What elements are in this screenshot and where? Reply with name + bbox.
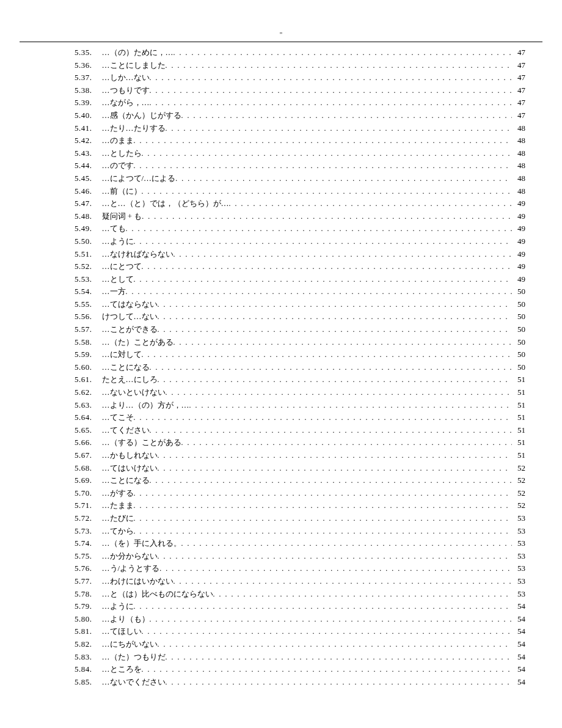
toc-leader-dots: . . . . . . . . . . . . . . . . . . . . …	[142, 348, 513, 361]
toc-entry-page: 51	[512, 399, 525, 412]
toc-entry-title: …ことになる	[92, 361, 150, 374]
toc-entry-title: …と…（と）では，（どちら）が…	[92, 197, 229, 210]
toc-leader-dots: . . . . . . . . . . . . . . . . . . . . …	[150, 84, 513, 97]
toc-entry: 5.82.…にちがいない. . . . . . . . . . . . . . …	[37, 638, 525, 651]
toc-entry-page: 52	[512, 487, 525, 500]
toc-entry-page: 50	[512, 298, 525, 311]
toc-leader-dots: . . . . . . . . . . . . . . . . . . . . …	[126, 285, 513, 298]
toc-entry: 5.81.…てほしい. . . . . . . . . . . . . . . …	[37, 625, 525, 638]
toc-entry-title: …ながら，…	[92, 97, 150, 109]
toc-leader-dots: . . . . . . . . . . . . . . . . . . . . …	[142, 663, 513, 676]
toc-leader-dots: . . . . . . . . . . . . . . . . . . . . …	[158, 298, 513, 311]
toc-entry: 5.68.…てはいけない. . . . . . . . . . . . . . …	[37, 462, 525, 475]
toc-entry: 5.44.…のです. . . . . . . . . . . . . . . .…	[37, 160, 525, 172]
toc-entry-page: 48	[512, 147, 525, 160]
toc-entry-title: …かもしれない	[92, 449, 158, 462]
toc-entry-page: 47	[512, 97, 525, 109]
toc-entry: 5.61.たとえ…にしろ. . . . . . . . . . . . . . …	[37, 373, 525, 386]
toc-entry-page: 48	[512, 134, 525, 147]
toc-leader-dots: . . . . . . . . . . . . . . . . . . . . …	[189, 399, 513, 412]
toc-entry: 5.49.…ても. . . . . . . . . . . . . . . . …	[37, 222, 525, 235]
toc-entry: 5.38.…つもりです. . . . . . . . . . . . . . .…	[37, 84, 525, 97]
toc-entry-page: 53	[512, 512, 525, 525]
toc-entry: 5.58.…（た）ことがある. . . . . . . . . . . . . …	[37, 336, 525, 349]
toc-leader-dots: . . . . . . . . . . . . . . . . . . . . …	[134, 512, 513, 525]
toc-entry-number: 5.76.	[37, 562, 92, 575]
toc-entry-title: …ことにしました	[92, 59, 166, 72]
toc-entry-title: …か分からない	[92, 550, 158, 563]
toc-entry-title: …ないといけない	[92, 386, 166, 399]
toc-entry: 5.53.…として. . . . . . . . . . . . . . . .…	[37, 273, 525, 286]
toc-entry-number: 5.79.	[37, 600, 92, 613]
toc-entry-title: …より（も）	[92, 613, 150, 626]
toc-entry: 5.46.…前（に）. . . . . . . . . . . . . . . …	[37, 185, 525, 198]
toc-entry-page: 52	[512, 462, 525, 475]
toc-leader-dots: . . . . . . . . . . . . . . . . . . . . …	[142, 147, 513, 160]
toc-leader-dots: . . . . . . . . . . . . . . . . . . . . …	[173, 336, 513, 349]
toc-entry: 5.47.…と…（と）では，（どちら）が…. . . . . . . . . .…	[37, 197, 525, 210]
toc-entry-title: …のまま	[92, 134, 134, 147]
toc-entry-page: 48	[512, 122, 525, 135]
toc-entry-title: …と（は）比べものにならない	[92, 588, 213, 601]
toc-entry: 5.56.けつして…ない. . . . . . . . . . . . . . …	[37, 311, 525, 323]
toc-entry: 5.80.…より（も）. . . . . . . . . . . . . . .…	[37, 613, 525, 626]
toc-entry-title: …（た）つもりだ	[92, 651, 166, 664]
toc-entry-number: 5.74.	[37, 537, 92, 550]
toc-leader-dots: . . . . . . . . . . . . . . . . . . . . …	[134, 134, 513, 147]
toc-entry-page: 50	[512, 348, 525, 361]
toc-entry-number: 5.37.	[37, 72, 92, 84]
toc-entry: 5.78.…と（は）比べものにならない. . . . . . . . . . .…	[37, 588, 525, 601]
toc-leader-dots: . . . . . . . . . . . . . . . . . . . . …	[142, 625, 513, 638]
toc-entry-title: …としたら	[92, 147, 142, 160]
toc-entry-number: 5.61.	[37, 373, 92, 386]
toc-leader-dots: . . . . . . . . . . . . . . . . . . . . …	[166, 386, 513, 399]
toc-entry: 5.50.…ように. . . . . . . . . . . . . . . .…	[37, 235, 525, 248]
toc-entry: 5.59.…に対して. . . . . . . . . . . . . . . …	[37, 348, 525, 361]
toc-leader-dots: . . . . . . . . . . . . . . . . . . . . …	[158, 323, 513, 336]
toc-entry-page: 51	[512, 449, 525, 462]
toc-entry-number: 5.81.	[37, 625, 92, 638]
toc-entry-title: …より…（の）方が，…	[92, 399, 189, 412]
toc-entry: 5.85.…ないでください. . . . . . . . . . . . . .…	[37, 676, 525, 689]
header-rule	[20, 42, 542, 42]
toc-leader-dots: . . . . . . . . . . . . . . . . . . . . …	[181, 537, 513, 550]
toc-entry-number: 5.60.	[37, 361, 92, 374]
toc-entry-title: …感（かん）じがする	[92, 109, 181, 122]
toc-entry-number: 5.38.	[37, 84, 92, 97]
toc-entry-number: 5.71.	[37, 499, 92, 512]
toc-entry-page: 53	[512, 550, 525, 563]
toc-entry-number: 5.44.	[37, 160, 92, 172]
toc-entry: 5.62.…ないといけない. . . . . . . . . . . . . .…	[37, 386, 525, 399]
toc-entry-page: 54	[512, 663, 525, 676]
toc-entry-title: …たり…たりする	[92, 122, 166, 135]
toc-entry-page: 51	[512, 411, 525, 424]
toc-leader-dots: . . . . . . . . . . . . . . . . . . . . …	[134, 411, 513, 424]
toc-entry-title: …（する）ことがある	[92, 436, 181, 449]
toc-entry-page: 54	[512, 625, 525, 638]
toc-entry-number: 5.73.	[37, 525, 92, 538]
toc-entry-title: …ことになる	[92, 474, 150, 487]
toc-entry-page: 53	[512, 537, 525, 550]
toc-entry-page: 52	[512, 474, 525, 487]
toc-entry-title: …一方	[92, 285, 126, 298]
toc-entry-title: …（の）ために，…	[92, 46, 173, 59]
toc-entry-number: 5.84.	[37, 663, 92, 676]
toc-entry: 5.52.…にとつて. . . . . . . . . . . . . . . …	[37, 260, 525, 273]
toc-entry-title: …てほしい	[92, 625, 142, 638]
toc-entry-number: 5.40.	[37, 109, 92, 122]
toc-entry: 5.76.…う/ようとする. . . . . . . . . . . . . .…	[37, 562, 525, 575]
toc-entry-number: 5.56.	[37, 311, 92, 323]
toc-entry: 5.75.…か分からない. . . . . . . . . . . . . . …	[37, 550, 525, 563]
toc-entry-page: 48	[512, 185, 525, 198]
toc-leader-dots: . . . . . . . . . . . . . . . . . . . . …	[166, 59, 513, 72]
toc-entry: 5.35.…（の）ために，…. . . . . . . . . . . . . …	[37, 46, 525, 59]
table-of-contents: 5.35.…（の）ために，…. . . . . . . . . . . . . …	[37, 46, 525, 688]
toc-leader-dots: . . . . . . . . . . . . . . . . . . . . …	[158, 449, 513, 462]
toc-leader-dots: . . . . . . . . . . . . . . . . . . . . …	[175, 172, 512, 185]
toc-entry-page: 50	[512, 323, 525, 336]
toc-entry-title: …たまま	[92, 499, 134, 512]
toc-leader-dots: . . . . . . . . . . . . . . . . . . . . …	[173, 575, 513, 588]
toc-entry-title: …てはいけない	[92, 462, 158, 475]
toc-entry-number: 5.83.	[37, 651, 92, 664]
toc-entry-title: …に対して	[92, 348, 142, 361]
